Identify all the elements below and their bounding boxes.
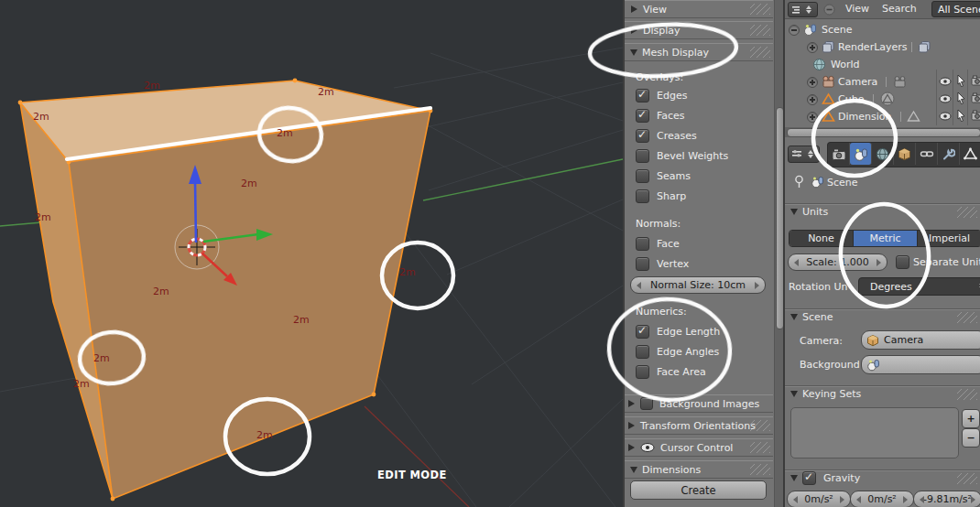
renderable-camera-icon[interactable]	[971, 75, 980, 86]
panel-header-view[interactable]: View	[625, 0, 773, 18]
scene-camera-selector[interactable]: Camera	[861, 330, 980, 350]
stepper-right-icon[interactable]	[840, 496, 844, 503]
panel-header-background-images[interactable]: Background Images	[625, 394, 773, 413]
edge-length-label: 2m	[293, 315, 310, 326]
constraint-chain-icon	[920, 147, 934, 160]
units-imperial-button[interactable]: Imperial	[918, 231, 980, 246]
background-set-selector[interactable]	[861, 355, 980, 374]
stepper-left-icon[interactable]	[856, 496, 861, 503]
renderable-camera-icon[interactable]	[971, 92, 980, 103]
tab-data[interactable]	[960, 143, 980, 165]
outliner-row-renderlayers[interactable]: RenderLayers	[785, 38, 980, 56]
visibility-eye-icon[interactable]	[939, 94, 952, 103]
editor-type-button[interactable]	[788, 2, 818, 17]
outliner-row-world[interactable]: World	[785, 56, 980, 73]
panel-header-mesh-display[interactable]: Mesh Display	[625, 43, 773, 61]
gravity-z-field[interactable]: -9.81m/s²	[913, 491, 980, 507]
checkbox-sharp[interactable]: Sharp	[636, 189, 686, 203]
selectable-cursor-icon[interactable]	[956, 109, 966, 122]
panel-header-label: Dimensions	[642, 464, 701, 476]
outliner-search-menu[interactable]: Search	[882, 3, 917, 15]
rotation-units-dropdown[interactable]: Degrees	[858, 277, 980, 296]
tab-render[interactable]	[828, 143, 850, 165]
checkbox-face-area[interactable]: Face Area	[636, 365, 706, 379]
tab-modifiers[interactable]	[938, 143, 960, 165]
stepper-left-icon[interactable]	[637, 282, 641, 289]
tab-world[interactable]	[872, 143, 894, 165]
expand-toggle-icon[interactable]	[807, 94, 818, 105]
gravity-checkbox[interactable]	[802, 471, 816, 485]
add-keying-set-button[interactable]: +	[962, 409, 980, 428]
panel-header-transform-orientations[interactable]: Transform Orientations	[625, 416, 773, 435]
gravity-x-field[interactable]: 0m/s²	[787, 491, 851, 507]
tab-scene[interactable]	[850, 143, 872, 165]
expand-toggle-icon[interactable]	[807, 42, 818, 53]
checkbox-seams[interactable]: Seams	[636, 169, 691, 183]
outliner-row-scene[interactable]: Scene	[785, 21, 980, 38]
normal-size-slider[interactable]: Normal Size: 10cm	[630, 276, 766, 294]
tab-object[interactable]	[894, 143, 916, 165]
checkbox-creases[interactable]: Creases	[636, 129, 697, 143]
checkbox-label: Faces	[657, 110, 685, 122]
3d-viewport[interactable]: 2m 2m 2m 2m 2m 2m 2m 2m 2m 2m 2m 2m EDIT…	[0, 0, 623, 507]
panel-header-scene[interactable]: Scene	[785, 308, 980, 325]
edge-length-label: 2m	[318, 87, 334, 98]
units-none-button[interactable]: None	[789, 231, 854, 246]
gravity-y-field[interactable]: 0m/s²	[850, 491, 914, 507]
expand-arrow-icon	[628, 444, 635, 451]
renderable-camera-icon[interactable]	[971, 110, 980, 121]
z-axis-arrow[interactable]	[195, 181, 196, 243]
resize-grip-icon	[750, 464, 770, 475]
panel-header-dimensions[interactable]: Dimensions	[625, 460, 773, 479]
stepper-right-icon[interactable]	[903, 496, 908, 503]
checkbox-edge-length[interactable]: Edge Length	[636, 325, 720, 339]
separate-units-checkbox[interactable]	[896, 255, 909, 269]
scene-icon	[866, 358, 880, 372]
checkbox-face-normals[interactable]: Face	[636, 237, 680, 251]
ghost-minus-icon[interactable]	[823, 4, 835, 16]
selectable-cursor-icon[interactable]	[956, 92, 966, 104]
panel-header-cursor-control[interactable]: Cursor Control	[625, 438, 773, 457]
separate-units-label: Separate Units	[913, 256, 980, 268]
cube-mesh[interactable]	[18, 79, 433, 502]
units-metric-button[interactable]: Metric	[854, 231, 918, 246]
stepper-right-icon[interactable]	[971, 496, 975, 503]
checkbox-faces[interactable]: Faces	[636, 109, 685, 123]
panel-header-gravity[interactable]: Gravity	[785, 469, 980, 486]
render-camera-icon	[832, 148, 846, 160]
unit-scale-field[interactable]: Scale: 1.000	[788, 254, 887, 271]
checkbox-edges[interactable]: Edges	[636, 89, 687, 102]
panel-header-display[interactable]: Display	[625, 21, 773, 39]
breadcrumb[interactable]: Scene	[827, 177, 858, 189]
checkbox-vertex-normals[interactable]: Vertex	[636, 257, 689, 271]
tab-constraints[interactable]	[916, 143, 938, 165]
stepper-left-icon[interactable]	[920, 496, 924, 503]
panel-header-keying-sets[interactable]: Keying Sets	[785, 385, 980, 402]
panel-header-label: View	[643, 4, 667, 16]
keying-sets-list[interactable]	[790, 407, 959, 458]
pin-icon[interactable]	[793, 175, 805, 189]
stepper-left-icon[interactable]	[794, 259, 799, 266]
scrollbar-thumb[interactable]	[787, 128, 980, 137]
stepper-left-icon[interactable]	[793, 496, 798, 503]
checkbox-edge-angles[interactable]: Edge Angles	[636, 345, 719, 359]
expand-toggle-icon[interactable]	[807, 77, 818, 88]
horizontal-scrollbar[interactable]	[785, 127, 980, 137]
create-button[interactable]: Create	[630, 480, 767, 500]
expand-toggle-icon[interactable]	[807, 112, 818, 123]
vertical-scrollbar[interactable]	[774, 0, 783, 507]
checkbox-bevel-weights[interactable]: Bevel Weights	[636, 149, 728, 163]
selectable-cursor-icon[interactable]	[956, 74, 966, 87]
visibility-eye-icon[interactable]	[939, 112, 952, 121]
stepper-right-icon[interactable]	[755, 282, 759, 289]
visibility-eye-icon[interactable]	[939, 77, 952, 86]
checkbox-icon[interactable]	[640, 397, 653, 410]
display-mode-dropdown[interactable]: All Scenes	[931, 1, 980, 17]
panel-header-units[interactable]: Units	[785, 203, 980, 220]
remove-keying-set-button[interactable]: −	[962, 428, 980, 448]
renderlayer-data-icon	[918, 40, 931, 54]
outliner-view-menu[interactable]: View	[845, 3, 869, 15]
editor-type-button[interactable]	[788, 146, 820, 163]
collapse-toggle-icon[interactable]	[789, 25, 800, 36]
stepper-right-icon[interactable]	[877, 259, 881, 266]
